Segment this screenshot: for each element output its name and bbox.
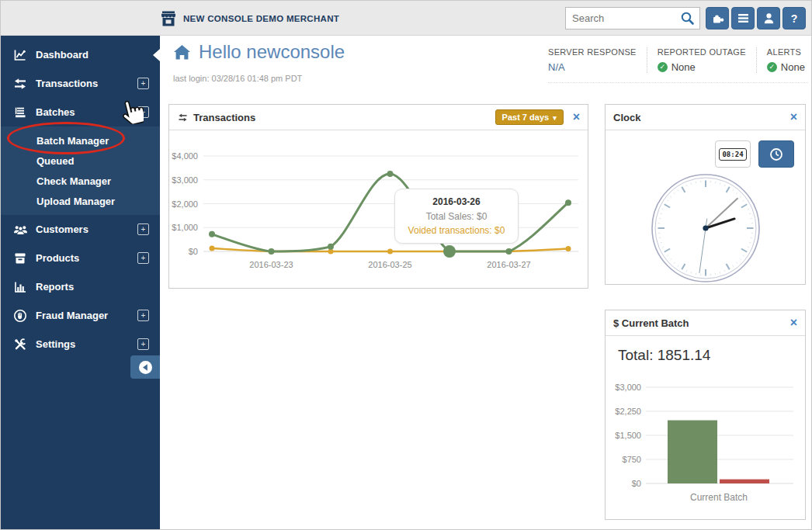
- stop-hand-icon: [12, 309, 29, 323]
- svg-text:2016-03-23: 2016-03-23: [249, 260, 293, 269]
- svg-text:Current Batch: Current Batch: [690, 492, 748, 503]
- svg-text:$4,000: $4,000: [172, 151, 198, 161]
- svg-text:$0: $0: [189, 247, 198, 256]
- tooltip-total-sales: Total Sales: $0: [400, 211, 513, 222]
- date-range-dropdown[interactable]: Past 7 days: [495, 109, 564, 125]
- question-mark-icon: ?: [791, 12, 798, 25]
- status-label: SERVER RESPONSE: [548, 47, 637, 57]
- clock-panel: Clock 08:24: [605, 104, 806, 285]
- app-window: NEW CONSOLE DEMO MERCHANT: [0, 0, 812, 530]
- puzzle-piece-icon: [711, 12, 724, 25]
- sidebar-item-check-manager[interactable]: Check Manager: [1, 171, 160, 191]
- svg-text:2016-03-25: 2016-03-25: [368, 260, 411, 269]
- svg-text:2016-03-27: 2016-03-27: [487, 260, 530, 269]
- status-label: REPORTED OUTAGE: [658, 47, 746, 57]
- current-batch-bar-chart[interactable]: $0$750$1,500$2,250$3,000Current Batch: [606, 365, 805, 507]
- subnav-label: Check Manager: [36, 175, 111, 187]
- status-value: None: [671, 61, 696, 73]
- sidebar-item-transactions[interactable]: Transactions: [1, 69, 160, 98]
- svg-text:$3,000: $3,000: [172, 175, 198, 185]
- storefront-icon: [160, 11, 177, 26]
- sidebar-item-batch-manager[interactable]: Batch Manager: [1, 130, 160, 151]
- svg-text:$0: $0: [632, 479, 641, 488]
- sidebar-item-products[interactable]: Products: [1, 244, 160, 272]
- clock-panel-header: Clock: [606, 105, 805, 130]
- sidebar-item-reports[interactable]: Reports: [1, 272, 160, 301]
- expand-icon[interactable]: [137, 223, 149, 235]
- clock-mode-buttons: 08:24: [606, 130, 805, 168]
- expand-icon[interactable]: [137, 252, 149, 264]
- bar-chart-icon: [12, 280, 29, 294]
- active-item-arrow: [153, 49, 160, 61]
- sidebar-item-label: Batches: [36, 106, 75, 118]
- svg-text:$750: $750: [623, 455, 641, 464]
- sidebar-item-customers[interactable]: Customers: [1, 215, 160, 244]
- sidebar-item-upload-manager[interactable]: Upload Manager: [1, 191, 160, 211]
- svg-text:$2,000: $2,000: [172, 199, 198, 209]
- check-circle-icon: [658, 62, 668, 72]
- clock-icon: [769, 147, 783, 161]
- subnav-label: Batch Manager: [36, 135, 109, 147]
- close-icon[interactable]: [790, 317, 797, 329]
- expand-icon[interactable]: [137, 338, 149, 350]
- panel-title: Clock: [613, 112, 640, 123]
- batch-stack-icon: [12, 106, 29, 120]
- sidebar-item-queued[interactable]: Queued: [1, 151, 160, 171]
- expand-icon[interactable]: [137, 310, 149, 321]
- cursor-pointer-icon: [123, 100, 144, 124]
- panel-title: $ Current Batch: [613, 317, 689, 329]
- greeting-text: Hello newconsole: [199, 41, 345, 63]
- analog-clock-button[interactable]: [758, 140, 794, 168]
- close-icon[interactable]: [573, 111, 580, 123]
- panel-title: Transactions: [193, 112, 255, 123]
- subnav-label: Upload Manager: [36, 196, 115, 207]
- top-bar: NEW CONSOLE DEMO MERCHANT: [1, 1, 811, 36]
- status-label: ALERTS: [767, 47, 805, 57]
- close-icon[interactable]: [790, 111, 797, 123]
- search-icon[interactable]: [680, 11, 695, 26]
- status-alerts: ALERTS None: [756, 47, 812, 73]
- expand-icon[interactable]: [137, 78, 149, 89]
- batch-total: Total: 1851.14: [606, 336, 805, 365]
- hamburger-icon: [737, 12, 750, 25]
- search-input[interactable]: [566, 12, 680, 24]
- tools-icon: [12, 338, 29, 352]
- person-icon: [762, 12, 776, 25]
- apps-button[interactable]: [706, 7, 729, 29]
- status-value: None: [781, 61, 805, 73]
- sidebar-item-fraud-manager[interactable]: Fraud Manager: [1, 301, 160, 330]
- help-button[interactable]: ?: [783, 7, 806, 29]
- sidebar-item-label: Products: [36, 252, 79, 264]
- svg-text:$1,500: $1,500: [615, 431, 641, 440]
- sidebar-collapse-button[interactable]: [130, 355, 160, 379]
- batches-submenu: Batch Manager Queued Check Manager Uploa…: [1, 126, 160, 215]
- sidebar: Dashboard Transactions: [1, 36, 160, 529]
- current-batch-panel-header: $ Current Batch: [606, 310, 805, 336]
- sidebar-item-label: Settings: [36, 338, 75, 350]
- sidebar-item-label: Fraud Manager: [36, 310, 108, 321]
- transactions-line-chart[interactable]: $0$1,000$2,000$3,000$4,0002016-03-232016…: [169, 130, 588, 288]
- menu-button[interactable]: [731, 7, 755, 29]
- tooltip-date: 2016-03-26: [400, 196, 513, 207]
- swap-arrows-icon: [177, 113, 189, 123]
- sidebar-item-label: Transactions: [36, 78, 98, 89]
- merchant-name: NEW CONSOLE DEMO MERCHANT: [183, 14, 339, 23]
- merchant-brand: NEW CONSOLE DEMO MERCHANT: [160, 1, 339, 36]
- svg-text:$3,000: $3,000: [615, 383, 641, 392]
- user-button[interactable]: [757, 7, 780, 29]
- sidebar-item-label: Reports: [36, 281, 74, 293]
- analog-clock-face: [648, 171, 763, 286]
- status-reported-outage: REPORTED OUTAGE None: [647, 47, 756, 73]
- search-box: [565, 7, 700, 29]
- box-icon: [12, 251, 29, 265]
- sidebar-item-dashboard[interactable]: Dashboard: [1, 40, 160, 69]
- arrow-left-circle-icon: [138, 360, 153, 375]
- last-login: last login: 03/28/16 01:48 pm PDT: [173, 74, 302, 83]
- digital-clock-button[interactable]: 08:24: [715, 140, 751, 168]
- status-server-response: SERVER RESPONSE N/A: [548, 47, 647, 73]
- check-circle-icon: [767, 62, 777, 72]
- home-icon: [173, 44, 191, 61]
- people-icon: [12, 223, 29, 237]
- subnav-label: Queued: [36, 155, 74, 167]
- sidebar-item-settings[interactable]: Settings: [1, 330, 160, 359]
